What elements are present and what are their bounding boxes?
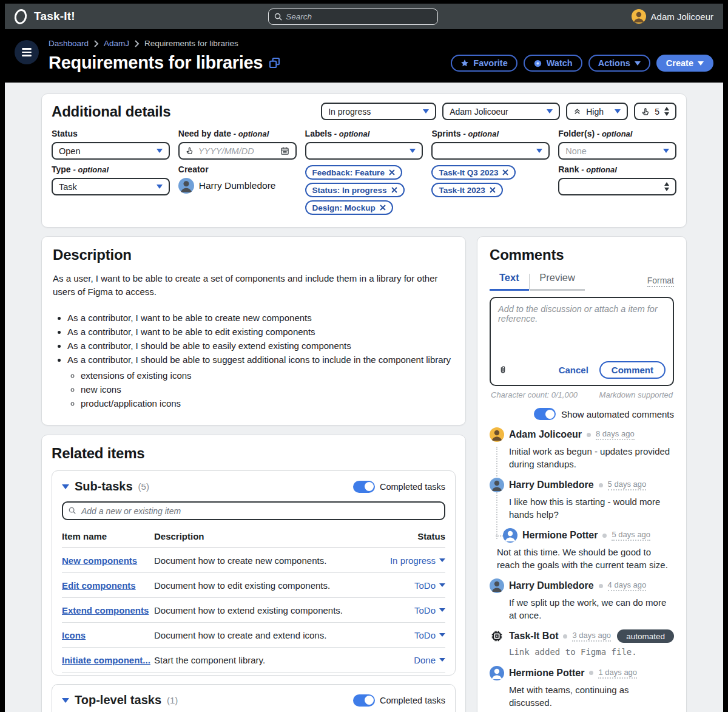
comment-text: Initial work as begun - updates provided… <box>509 445 674 470</box>
rank-input[interactable] <box>558 178 676 195</box>
format-link[interactable]: Format <box>647 276 674 287</box>
caret-down-icon <box>439 608 445 612</box>
user-avatar <box>632 9 646 24</box>
field-labels: Labels - optional <box>305 124 423 160</box>
item-link[interactable]: New components <box>62 555 137 566</box>
field-need-by-date: Need by date - optional YYYY/MM/DD <box>178 124 297 160</box>
comment: Hermione Potter 1 days ago Met with team… <box>490 666 674 709</box>
caret-down-icon <box>547 109 553 114</box>
tab-text[interactable]: Text <box>490 272 529 291</box>
comment-timestamp[interactable]: 3 days ago <box>572 631 611 642</box>
item-link[interactable]: Extend components <box>62 605 149 615</box>
cancel-button[interactable]: Cancel <box>559 365 588 375</box>
completed-tasks-toggle[interactable] <box>353 694 375 707</box>
tab-preview[interactable]: Preview <box>530 272 585 291</box>
assignee-quick-dropdown[interactable]: Adam Jolicoeur <box>442 103 560 120</box>
actions-button[interactable]: Actions <box>588 55 650 72</box>
paperclip-icon[interactable] <box>498 365 508 376</box>
close-icon[interactable] <box>380 205 386 211</box>
sprint-chip[interactable]: Task-It 2023 <box>431 183 502 197</box>
dot-separator <box>587 433 591 437</box>
comment-timestamp[interactable]: 4 days ago <box>608 580 647 591</box>
automated-comments-label: Show automated comments <box>561 409 674 419</box>
commenter-name: Task-It Bot <box>509 631 558 642</box>
label-chip[interactable]: Status: In progress <box>305 183 405 197</box>
description-bullet: As a contributor, I want to be able to e… <box>67 325 454 339</box>
column-header: Description <box>154 523 377 548</box>
completed-tasks-label: Completed tasks <box>380 482 445 492</box>
status-quick-dropdown[interactable]: In progress <box>321 103 436 120</box>
collapse-icon[interactable] <box>62 698 69 703</box>
add-item-input[interactable] <box>62 501 445 520</box>
close-icon[interactable] <box>502 169 508 175</box>
create-button[interactable]: Create <box>656 55 713 72</box>
comment-timestamp[interactable]: 8 days ago <box>596 429 635 440</box>
label-chip[interactable]: Design: Mockup <box>305 200 393 215</box>
comment-timestamp[interactable]: 5 days ago <box>608 480 647 490</box>
search-input[interactable] <box>268 8 438 25</box>
labels-dropdown[interactable] <box>305 142 423 160</box>
pointing-hand-icon <box>641 107 650 116</box>
table-row: Icons Document how to create and extend … <box>62 623 445 648</box>
comment-text: Link added to Figma file. <box>509 646 674 659</box>
comment-text: I like how this is starting - would more… <box>509 495 674 521</box>
status-dropdown[interactable]: ToDo <box>414 630 445 640</box>
commenter-avatar <box>490 578 504 593</box>
comment-timestamp[interactable]: 1 days ago <box>598 668 637 679</box>
caret-down-icon <box>439 633 445 637</box>
markdown-note: Markdown supported <box>599 390 673 399</box>
app-logo-icon <box>13 7 28 25</box>
status-dropdown[interactable]: ToDo <box>414 605 445 615</box>
type-dropdown[interactable]: Task <box>52 178 170 195</box>
item-link[interactable]: Edit components <box>62 580 136 591</box>
status-dropdown[interactable]: ToDo <box>414 580 445 591</box>
watch-button[interactable]: Watch <box>524 55 582 72</box>
description-card: Description As a user, I want to be able… <box>41 236 466 426</box>
character-count: Character count: 0/1,000 <box>491 390 578 399</box>
need-by-date-input[interactable]: YYYY/MM/DD <box>178 142 297 160</box>
status-dropdown[interactable]: In progress <box>390 555 445 566</box>
comment-timestamp[interactable]: 5 days ago <box>612 530 650 541</box>
comment-button[interactable]: Comment <box>599 361 666 379</box>
label-chip[interactable]: Feedback: Feature <box>305 165 402 180</box>
field-rank: Rank - optional <box>558 160 676 195</box>
sprint-chip[interactable]: Task-It Q3 2023 <box>431 165 516 180</box>
folders-label: Folder(s) - optional <box>558 129 676 138</box>
sprints-dropdown[interactable] <box>431 142 550 160</box>
caret-down-icon <box>615 109 621 114</box>
menu-button[interactable] <box>15 40 39 64</box>
subtasks-section: Sub-tasks (5) Completed tasks <box>52 470 456 676</box>
field-sprints: Sprints - optional <box>431 124 550 160</box>
cpu-chip-icon <box>490 629 504 643</box>
field-creator: Creator Harry Dumbledore <box>178 160 297 194</box>
commenter-avatar <box>490 478 504 492</box>
item-link[interactable]: Icons <box>62 630 86 640</box>
bot-avatar <box>490 629 504 643</box>
stepper-arrows-icon <box>664 107 669 116</box>
caret-down-icon <box>439 658 445 662</box>
close-icon[interactable] <box>490 187 496 193</box>
status-dropdown[interactable]: Open <box>52 142 170 160</box>
column-header: Status <box>377 523 445 548</box>
points-stepper[interactable]: 5 <box>634 103 676 120</box>
breadcrumb-dashboard[interactable]: Dashboard <box>49 39 89 48</box>
priority-quick-dropdown[interactable]: High <box>566 103 628 120</box>
pointing-hand-icon <box>186 147 194 155</box>
automated-comments-toggle[interactable] <box>534 408 556 420</box>
completed-tasks-toggle[interactable] <box>353 481 375 493</box>
breadcrumb: Dashboard AdamJ Requirements for librari… <box>49 39 280 48</box>
status-dropdown[interactable]: Done <box>414 655 445 665</box>
close-icon[interactable] <box>389 169 395 175</box>
comment-textarea[interactable] <box>497 303 667 356</box>
folders-dropdown[interactable]: None <box>558 142 676 160</box>
calendar-icon[interactable] <box>280 146 289 155</box>
description-title: Description <box>53 246 454 263</box>
breadcrumb-adamj[interactable]: AdamJ <box>104 39 129 48</box>
favorite-button[interactable]: Favorite <box>451 55 517 72</box>
user-menu[interactable]: Adam Jolicoeur <box>632 9 713 24</box>
copy-icon[interactable] <box>269 57 280 69</box>
need-by-date-label: Need by date - optional <box>178 129 297 138</box>
item-link[interactable]: Initiate component... <box>62 655 150 665</box>
collapse-icon[interactable] <box>62 484 69 489</box>
close-icon[interactable] <box>391 187 397 193</box>
